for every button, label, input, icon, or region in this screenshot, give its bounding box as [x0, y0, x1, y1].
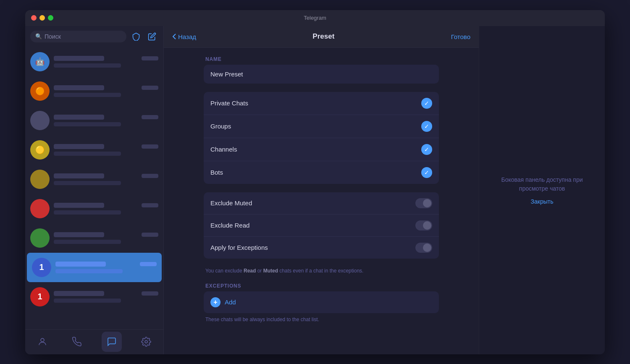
exceptions-hint: These chats will be always included to t…	[204, 317, 439, 322]
option-private-chats[interactable]: Private Chats ✓	[204, 92, 439, 115]
avatar-icon	[30, 199, 50, 218]
chat-content	[54, 144, 158, 156]
toggle-knob	[423, 199, 431, 207]
avatar-icon	[30, 228, 50, 248]
add-label: Add	[225, 299, 236, 306]
search-placeholder: Поиск	[45, 33, 61, 40]
avatar	[30, 199, 50, 218]
chat-time	[142, 174, 158, 178]
nav-settings[interactable]	[136, 332, 156, 352]
nav-chats[interactable]	[102, 332, 122, 352]
chat-time	[142, 86, 158, 90]
chat-time	[142, 291, 158, 296]
search-input-wrap[interactable]: 🔍 Поиск	[30, 31, 126, 42]
option-exclude-read[interactable]: Exclude Read	[204, 215, 439, 237]
minimize-window-button[interactable]	[39, 15, 45, 21]
preset-header: Назад Preset Готово	[164, 26, 479, 48]
chat-item[interactable]	[25, 165, 163, 194]
chat-time	[142, 203, 158, 207]
hint-bold-muted: Muted	[263, 268, 278, 274]
chat-name	[54, 173, 104, 178]
chat-name	[55, 262, 106, 267]
chat-content	[54, 291, 158, 303]
svg-point-1	[145, 340, 147, 343]
chat-types-group: Private Chats ✓ Groups ✓ Channels ✓ Bo	[204, 92, 439, 184]
chat-content	[55, 262, 157, 273]
chat-content	[54, 203, 158, 215]
exclude-read-toggle[interactable]	[415, 220, 432, 230]
option-label: Groups	[210, 123, 231, 130]
maximize-window-button[interactable]	[48, 15, 53, 21]
chat-content	[54, 232, 158, 244]
avatar: 🟠	[30, 81, 50, 101]
exclude-muted-toggle[interactable]	[415, 198, 432, 208]
chat-item[interactable]	[25, 106, 163, 135]
avatar-icon: 🟡	[30, 140, 50, 160]
add-exception-button[interactable]: + Add	[204, 291, 439, 313]
back-label: Назад	[178, 33, 196, 40]
chat-item[interactable]: 1	[25, 282, 163, 312]
option-label: Exclude Muted	[210, 199, 252, 207]
option-label: Apply for Exceptions	[210, 244, 268, 251]
chat-content	[54, 173, 158, 185]
hint-text-1: You can exclude	[205, 268, 244, 274]
chat-item[interactable]: 🟠	[25, 76, 163, 106]
close-window-button[interactable]	[31, 15, 37, 21]
app-body: 🔍 Поиск	[25, 26, 605, 354]
avatar: 1	[32, 258, 51, 277]
option-channels[interactable]: Channels ✓	[204, 138, 439, 161]
chat-list: 🤖 🟠	[25, 47, 163, 329]
compose-icon-button[interactable]	[146, 30, 158, 43]
avatar: 🤖	[30, 52, 50, 71]
filters-group: Exclude Muted Exclude Read	[204, 192, 439, 259]
nav-calls[interactable]	[67, 332, 87, 352]
done-button[interactable]: Готово	[451, 33, 470, 40]
preset-body: NAME New Preset Private Chats ✓ Groups ✓	[164, 48, 479, 354]
chat-message	[55, 269, 123, 273]
chat-message	[54, 299, 121, 303]
shield-icon-button[interactable]	[130, 30, 142, 43]
plus-icon: +	[210, 297, 220, 307]
exceptions-label: EXCEPTIONS	[204, 283, 439, 289]
option-label: Private Chats	[210, 100, 248, 107]
chat-item-active[interactable]: 1	[27, 253, 162, 282]
chat-item[interactable]	[25, 194, 163, 223]
back-button[interactable]: Назад	[172, 33, 196, 40]
option-exclude-muted[interactable]: Exclude Muted	[204, 192, 439, 215]
window-controls	[31, 15, 53, 21]
avatar-icon: 1	[30, 287, 50, 306]
right-panel: Боковая панель доступна при просмотре ча…	[479, 26, 605, 354]
avatar-icon: 🟠	[30, 81, 50, 101]
header-icons	[130, 30, 158, 43]
nav-contacts[interactable]	[32, 332, 52, 352]
option-bots[interactable]: Bots ✓	[204, 161, 439, 184]
chat-item[interactable]: 🟡	[25, 135, 163, 165]
avatar	[30, 111, 50, 130]
name-input-field[interactable]: New Preset	[204, 65, 439, 84]
chat-content	[54, 115, 158, 126]
hint-bold-read: Read	[244, 268, 256, 274]
window-title: Telegram	[304, 15, 326, 21]
preset-title: Preset	[196, 32, 451, 41]
chat-name	[54, 56, 104, 61]
main-content: Назад Preset Готово NAME New Preset Priv…	[164, 26, 479, 354]
checkmark-icon: ✓	[421, 98, 432, 109]
toggle-knob	[423, 244, 431, 252]
chat-name	[54, 115, 104, 120]
search-bar: 🔍 Поиск	[25, 26, 163, 47]
avatar	[30, 228, 50, 248]
chat-content	[54, 85, 158, 97]
avatar	[30, 170, 50, 189]
close-panel-button[interactable]: Закрыть	[531, 198, 554, 205]
apply-exceptions-toggle[interactable]	[415, 243, 432, 253]
chat-name	[54, 85, 104, 90]
sidebar: 🔍 Поиск	[25, 26, 164, 354]
title-bar: Telegram	[25, 10, 605, 26]
search-icon: 🔍	[35, 33, 42, 39]
chat-time	[142, 115, 158, 119]
chat-item[interactable]	[25, 223, 163, 253]
option-groups[interactable]: Groups ✓	[204, 115, 439, 138]
option-apply-exceptions[interactable]: Apply for Exceptions	[204, 237, 439, 259]
chat-item[interactable]: 🤖	[25, 47, 163, 76]
filter-hint-text: You can exclude Read or Muted chats even…	[204, 267, 439, 275]
